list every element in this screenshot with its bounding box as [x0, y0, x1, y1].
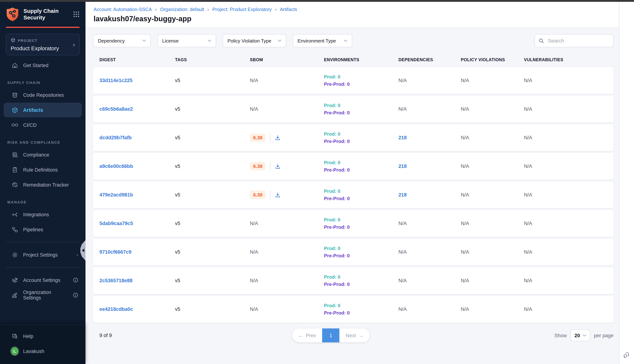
cube-icon: [11, 106, 18, 114]
table-row: 33d114e1c225v5N/AProd: 0Pre-Prod: 0N/AN/…: [93, 67, 613, 94]
page-size-select[interactable]: 20: [570, 330, 590, 341]
policy-violations-value: N/A: [461, 78, 469, 83]
dependencies-link[interactable]: 218: [399, 192, 407, 198]
chevron-down-icon: [278, 40, 281, 42]
dependencies-link[interactable]: 218: [399, 135, 407, 140]
arrow-right-icon: →: [359, 333, 364, 338]
vulnerabilities-value: N/A: [524, 106, 532, 112]
next-page-button[interactable]: Next →: [340, 328, 370, 342]
sbom-download-button[interactable]: [275, 135, 281, 140]
env-prod: Prod: 0: [324, 188, 392, 194]
sidebar-nav: Get Started SUPPLY CHAIN Code Repositori…: [0, 55, 86, 303]
table-row: 9710cf6667c9v5N/AProd: 0Pre-Prod: 0N/AN/…: [93, 239, 613, 266]
filter-license[interactable]: License: [157, 34, 216, 47]
breadcrumb-separator: ›: [275, 6, 277, 12]
dependencies-value: N/A: [399, 221, 407, 226]
digest-link[interactable]: a9c6e00c66bb: [99, 164, 133, 169]
digest-link[interactable]: ee4218cdba0c: [99, 306, 133, 312]
dependencies-value: N/A: [399, 106, 407, 112]
prev-page-button[interactable]: ← Prev: [292, 328, 322, 342]
sidebar-footer: Help L Lavakush: [0, 324, 86, 364]
digest-link[interactable]: 9710cf6667c9: [99, 249, 131, 255]
window-top-strip: [0, 0, 634, 2]
dependencies-link[interactable]: 218: [399, 164, 407, 169]
project-selector[interactable]: PROJECT Product Exploratory ›: [6, 34, 80, 55]
digest-link[interactable]: c69c5b6a8ae2: [99, 106, 133, 112]
chat-feedback-button[interactable]: [623, 351, 630, 359]
search-input[interactable]: [547, 38, 609, 44]
vulnerabilities-value: N/A: [524, 164, 532, 169]
chevron-down-icon: [208, 40, 211, 42]
env-preprod: Pre-Prod: 0: [324, 310, 392, 316]
screen: Supply ChainSecurity PROJECT: [0, 0, 634, 364]
sbom-value: N/A: [250, 78, 258, 83]
breadcrumb-artifacts[interactable]: Artifacts: [280, 6, 297, 12]
sidebar-item-organization-settings[interactable]: Organization Settings: [4, 288, 82, 302]
page-size-control: Show 20 per page: [554, 330, 613, 341]
env-preprod: Pre-Prod: 0: [324, 282, 392, 287]
sidebar-item-remediation-tracker[interactable]: Remediation Tracker: [4, 178, 82, 192]
sidebar-item-compliance[interactable]: Compliance: [4, 147, 82, 162]
vulnerabilities-value: N/A: [524, 306, 532, 312]
vulnerabilities-value: N/A: [524, 278, 532, 283]
digest-link[interactable]: 2c5365718e88: [99, 278, 132, 283]
page-1-button[interactable]: 1: [322, 328, 340, 342]
table-row: c69c5b6a8ae2v5N/AProd: 0Pre-Prod: 0N/AN/…: [93, 96, 613, 122]
sidebar-item-cicd[interactable]: CI/CD: [4, 118, 82, 132]
info-icon[interactable]: [73, 278, 78, 282]
info-icon[interactable]: [73, 292, 78, 298]
digest-link[interactable]: 479e2acd981b: [99, 192, 133, 198]
sidebar-item-get-started[interactable]: Get Started: [4, 58, 82, 72]
sidebar-item-integrations[interactable]: Integrations: [4, 207, 82, 222]
gear-icon: [11, 251, 18, 258]
app-title: Supply ChainSecurity: [24, 8, 73, 21]
show-label: Show: [554, 333, 567, 338]
digest-link[interactable]: 33d114e1c225: [99, 78, 132, 83]
table-row: dcdd29b7fafbv56.38Prod: 0Pre-Prod: 0218N…: [93, 124, 613, 151]
user-name: Lavakush: [23, 348, 78, 354]
dependencies-value: N/A: [399, 78, 407, 83]
sidebar-item-account-settings[interactable]: Account Settings: [4, 273, 82, 288]
dependencies-value: N/A: [399, 306, 407, 312]
filter-dependency[interactable]: Dependency: [93, 34, 151, 47]
section-supply-chain: SUPPLY CHAIN: [0, 81, 86, 85]
policy-violations-value: N/A: [461, 221, 469, 226]
sbom-score-badge: 6.38: [250, 162, 266, 170]
tag-value: v5: [175, 135, 180, 140]
layers-gear-icon: [11, 276, 18, 284]
section-risk-compliance: RISK AND COMPLIANCE: [0, 140, 86, 144]
sidebar-item-help[interactable]: Help: [4, 329, 82, 344]
sidebar-item-artifacts[interactable]: Artifacts: [4, 103, 82, 117]
pagination-summary: 9 of 9: [99, 333, 112, 338]
project-label: PROJECT: [18, 38, 38, 42]
digest-link[interactable]: dcdd29b7fafb: [99, 135, 132, 140]
ssca-shield-logo-icon: [6, 7, 19, 22]
pagination: ← Prev 1 Next →: [292, 328, 370, 342]
section-manage: MANAGE: [0, 200, 86, 204]
breadcrumb-organization[interactable]: Organization: default: [160, 6, 204, 12]
digest-link[interactable]: 5dab9caa79c5: [99, 221, 133, 226]
breadcrumb-project[interactable]: Project: Product Exploratory: [212, 6, 272, 12]
module-grid-icon[interactable]: [73, 11, 80, 18]
filter-environment-type[interactable]: Environment Type: [293, 34, 352, 47]
chevron-down-icon: [142, 40, 146, 42]
breadcrumb-account[interactable]: Account: Automation-SSCA: [94, 6, 152, 12]
filter-policy-violation-type[interactable]: Policy Violation Type: [223, 34, 286, 47]
divider: [6, 242, 80, 242]
user-menu[interactable]: L Lavakush: [4, 344, 82, 358]
search-icon: [539, 38, 544, 44]
table-row: 2c5365718e88v5N/AProd: 0Pre-Prod: 0N/AN/…: [93, 267, 613, 294]
column-header-digest: DIGEST: [93, 58, 169, 62]
env-prod: Prod: 0: [324, 160, 392, 165]
breadcrumb-separator: ›: [207, 6, 209, 12]
sbom-value: N/A: [250, 306, 258, 312]
column-header-environments: ENVIRONMENTS: [318, 58, 392, 62]
policy-violations-value: N/A: [461, 306, 469, 312]
sbom-download-button[interactable]: [275, 163, 281, 169]
search-box: [535, 34, 613, 47]
sbom-download-button[interactable]: [275, 192, 281, 198]
sidebar-item-project-settings[interactable]: Project Settings ›: [4, 248, 82, 262]
sidebar-item-rule-definitions[interactable]: Rule Definitions: [4, 162, 82, 177]
sidebar-item-code-repositories[interactable]: Code Repositories: [4, 88, 82, 102]
sidebar-item-pipelines[interactable]: Pipelines: [4, 222, 82, 237]
